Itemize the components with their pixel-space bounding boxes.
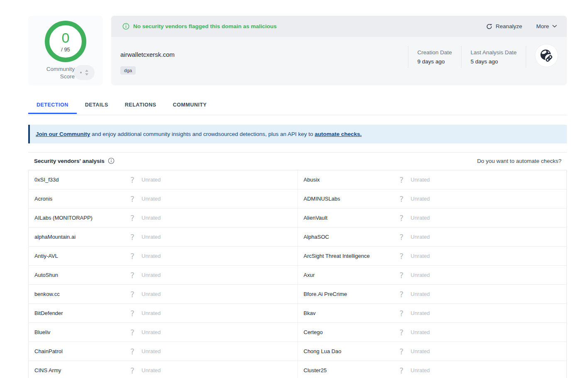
vendor-status: Unrated — [411, 310, 430, 316]
vendor-row: AILabs (MONITORAPP)?UnratedAlienVault?Un… — [29, 208, 566, 228]
vendor-status: Unrated — [411, 348, 430, 354]
question-mark-icon: ? — [400, 271, 411, 280]
vendor-status: Unrated — [411, 291, 430, 297]
question-mark-icon: ? — [130, 290, 142, 299]
vendor-cell: Abusix?Unrated — [298, 170, 567, 189]
reanalyze-label: Reanalyze — [495, 23, 522, 29]
vendor-name: AlienVault — [304, 215, 400, 221]
question-mark-icon: ? — [130, 252, 142, 261]
vendor-cell: AlphaSOC?Unrated — [298, 228, 567, 246]
vendor-name: AILabs (MONITORAPP) — [34, 215, 130, 221]
vendor-status: Unrated — [411, 196, 430, 202]
community-banner-middle: and enjoy additional community insights … — [90, 131, 315, 137]
question-mark-icon: ? — [130, 366, 142, 375]
vendor-cell: Bfore.Ai PreCrime?Unrated — [298, 285, 567, 303]
vendor-cell: BitDefender?Unrated — [29, 304, 298, 322]
tab-details[interactable]: DETAILS — [77, 96, 117, 114]
vendor-cell: Cluster25?Unrated — [298, 361, 567, 378]
vendor-name: Certego — [304, 329, 400, 335]
vendor-status: Unrated — [411, 253, 430, 259]
vendor-row: AutoShun?UnratedAxur?Unrated — [29, 266, 566, 285]
vendor-name: BitDefender — [34, 310, 130, 316]
vendor-name: Cluster25 — [304, 367, 400, 373]
creation-date-value: 9 days ago — [417, 58, 452, 65]
question-mark-icon: ? — [130, 194, 142, 204]
vendor-cell: 0xSI_f33d?Unrated — [29, 170, 298, 189]
vendor-name: CINS Army — [34, 367, 130, 373]
vendor-status: Unrated — [142, 196, 161, 202]
community-score-card: 0 / 95 Community Score — [28, 16, 103, 85]
vote-chevrons-icon — [85, 70, 88, 75]
vendor-row: CINS Army?UnratedCluster25?Unrated — [29, 361, 566, 378]
vendor-name: alphaMountain.ai — [34, 234, 130, 240]
vendor-name: benkow.cc — [34, 291, 130, 297]
vendor-name: 0xSI_f33d — [34, 177, 130, 183]
question-mark-icon: ? — [400, 328, 411, 337]
vendor-status: Unrated — [142, 215, 161, 221]
vendor-name: Bfore.Ai PreCrime — [304, 291, 400, 297]
vendor-status: Unrated — [142, 177, 161, 183]
question-mark-icon: ? — [400, 290, 411, 299]
vendor-status: Unrated — [142, 272, 161, 278]
vendor-cell: AutoShun?Unrated — [29, 266, 298, 284]
tag-dga[interactable]: dga — [120, 66, 136, 75]
automate-checks-link[interactable]: automate checks. — [315, 131, 361, 137]
vote-dot-icon — [80, 72, 82, 73]
detection-score-value: 0 — [62, 31, 70, 45]
vendor-row: Acronis?UnratedADMINUSLabs?Unrated — [29, 189, 566, 208]
vendor-cell: Bkav?Unrated — [298, 304, 567, 322]
vendor-name: AlphaSOC — [304, 234, 400, 240]
question-mark-icon: ? — [400, 194, 411, 204]
last-analysis-date-label: Last Analysis Date — [471, 49, 517, 56]
question-mark-icon: ? — [400, 175, 411, 184]
question-mark-icon: ? — [130, 175, 142, 184]
vendors-analysis-header: Security vendors' analysis — [34, 158, 115, 164]
tab-bar: DETECTIONDETAILSRELATIONSCOMMUNITY — [28, 96, 215, 114]
question-mark-icon: ? — [130, 347, 142, 356]
tab-detection[interactable]: DETECTION — [28, 96, 77, 114]
question-mark-icon: ? — [130, 271, 142, 280]
vendor-row: 0xSI_f33d?UnratedAbusix?Unrated — [29, 170, 566, 189]
tab-community[interactable]: COMMUNITY — [165, 96, 215, 114]
vendor-status: Unrated — [411, 329, 430, 335]
community-score-label: Community Score — [33, 65, 75, 80]
domain-header-card: No security vendors flagged this domain … — [111, 16, 567, 85]
chevron-down-icon — [552, 25, 557, 28]
vendor-row: benkow.cc?UnratedBfore.Ai PreCrime?Unrat… — [29, 285, 566, 304]
vendor-status: Unrated — [142, 253, 161, 259]
detection-score-max: / 95 — [61, 46, 70, 53]
vendor-cell: Antiy-AVL?Unrated — [29, 247, 298, 265]
vendor-status: Unrated — [142, 367, 161, 373]
vendor-cell: Axur?Unrated — [298, 266, 567, 284]
automate-checks-question: Do you want to automate checks? — [477, 158, 561, 164]
question-mark-icon: ? — [400, 309, 411, 318]
vendor-analysis-table: 0xSI_f33d?UnratedAbusix?UnratedAcronis?U… — [28, 170, 567, 378]
reanalyze-button[interactable]: Reanalyze — [486, 23, 522, 29]
vendor-status: Unrated — [411, 272, 430, 278]
refresh-icon — [486, 24, 492, 29]
tab-relations[interactable]: RELATIONS — [117, 96, 165, 114]
question-mark-icon: ? — [130, 213, 142, 223]
vendor-cell: Certego?Unrated — [298, 323, 567, 342]
more-button[interactable]: More — [536, 23, 557, 29]
vendor-name: Abusix — [304, 177, 400, 183]
verdict-strip: No security vendors flagged this domain … — [111, 16, 567, 37]
vendor-name: ADMINUSLabs — [304, 196, 400, 202]
vendor-cell: AILabs (MONITORAPP)?Unrated — [29, 208, 298, 227]
vendor-cell: ADMINUSLabs?Unrated — [298, 189, 567, 208]
vendor-cell: benkow.cc?Unrated — [29, 285, 298, 303]
vendor-name: ArcSight Threat Intelligence — [304, 253, 400, 259]
vendor-row: Blueliv?UnratedCertego?Unrated — [29, 323, 566, 342]
vendor-status: Unrated — [411, 367, 430, 373]
verdict-message: No security vendors flagged this domain … — [122, 23, 277, 30]
join-community-link[interactable]: Join our Community — [36, 131, 90, 137]
community-vote-widget[interactable] — [74, 65, 95, 80]
info-icon[interactable] — [108, 158, 115, 164]
vendor-status: Unrated — [142, 291, 161, 297]
vendor-cell: Chong Lua Dao?Unrated — [298, 342, 567, 361]
tab-divider — [28, 115, 567, 115]
vendor-cell: AlienVault?Unrated — [298, 208, 567, 227]
question-mark-icon: ? — [130, 328, 142, 337]
globe-link-icon — [535, 44, 558, 67]
question-mark-icon: ? — [130, 233, 142, 242]
